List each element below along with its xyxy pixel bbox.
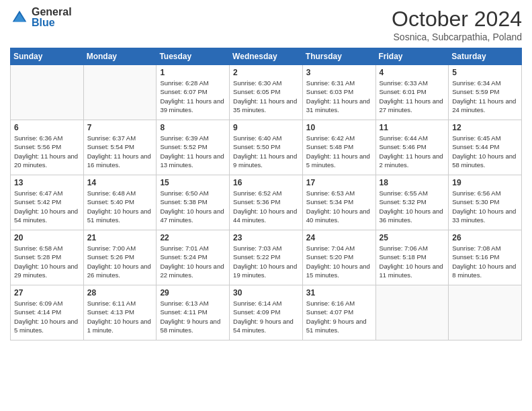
daylight-text: Daylight: 10 hours and 51 minutes. <box>87 208 151 224</box>
sunrise-text: Sunrise: 6:33 AM <box>380 79 428 87</box>
day-number: 27 <box>14 288 80 298</box>
calendar-cell: 27 Sunrise: 6:09 AM Sunset: 4:14 PM Dayl… <box>11 285 84 340</box>
day-info: Sunrise: 6:39 AM Sunset: 5:52 PM Dayligh… <box>160 134 226 169</box>
sunset-text: Sunset: 5:44 PM <box>452 143 499 150</box>
sunset-text: Sunset: 5:40 PM <box>87 198 134 205</box>
calendar-cell: 31 Sunrise: 6:16 AM Sunset: 4:07 PM Dayl… <box>302 285 375 340</box>
sunset-text: Sunset: 5:38 PM <box>160 198 207 205</box>
day-number: 10 <box>306 123 372 132</box>
page-header: General Blue October 2024 Sosnica, Subca… <box>10 7 522 42</box>
sunrise-text: Sunrise: 6:13 AM <box>160 300 208 307</box>
logo: General Blue <box>10 7 72 28</box>
calendar-cell: 25 Sunrise: 7:06 AM Sunset: 5:18 PM Dayl… <box>375 230 449 285</box>
sunrise-text: Sunrise: 6:42 AM <box>306 134 355 142</box>
daylight-text: Daylight: 10 hours and 22 minutes. <box>160 263 224 279</box>
day-number: 2 <box>233 68 299 77</box>
calendar-cell: 13 Sunrise: 6:47 AM Sunset: 5:42 PM Dayl… <box>11 175 84 230</box>
daylight-text: Daylight: 11 hours and 27 minutes. <box>380 97 443 113</box>
day-number: 23 <box>233 233 299 242</box>
sunrise-text: Sunrise: 6:31 AM <box>306 79 355 87</box>
calendar-cell: 9 Sunrise: 6:40 AM Sunset: 5:50 PM Dayli… <box>230 120 303 175</box>
calendar-cell: 15 Sunrise: 6:50 AM Sunset: 5:38 PM Dayl… <box>157 175 230 230</box>
sunrise-text: Sunrise: 7:04 AM <box>306 244 355 252</box>
sunrise-text: Sunrise: 6:14 AM <box>233 300 281 307</box>
sunset-text: Sunset: 5:28 PM <box>14 253 61 261</box>
sunset-text: Sunset: 6:05 PM <box>233 88 280 95</box>
sunrise-text: Sunrise: 6:28 AM <box>160 79 208 87</box>
day-number: 11 <box>380 123 445 132</box>
day-info: Sunrise: 6:56 AM Sunset: 5:30 PM Dayligh… <box>452 189 518 224</box>
daylight-text: Daylight: 10 hours and 15 minutes. <box>306 263 370 279</box>
day-info: Sunrise: 7:08 AM Sunset: 5:16 PM Dayligh… <box>452 244 518 279</box>
sunrise-text: Sunrise: 6:52 AM <box>233 189 281 197</box>
sunrise-text: Sunrise: 6:44 AM <box>380 134 428 142</box>
sunset-text: Sunset: 6:03 PM <box>306 88 353 95</box>
calendar-cell: 19 Sunrise: 6:56 AM Sunset: 5:30 PM Dayl… <box>449 175 522 230</box>
sunset-text: Sunset: 5:24 PM <box>160 253 207 261</box>
calendar-cell: 8 Sunrise: 6:39 AM Sunset: 5:52 PM Dayli… <box>157 120 230 175</box>
sunset-text: Sunset: 5:56 PM <box>14 143 61 150</box>
sunset-text: Sunset: 6:01 PM <box>380 88 427 95</box>
calendar-cell: 23 Sunrise: 7:03 AM Sunset: 5:22 PM Dayl… <box>230 230 303 285</box>
day-info: Sunrise: 7:04 AM Sunset: 5:20 PM Dayligh… <box>306 244 372 279</box>
sunrise-text: Sunrise: 6:45 AM <box>452 134 500 142</box>
day-number: 8 <box>160 123 226 132</box>
header-wednesday: Wednesday <box>230 48 303 65</box>
sunrise-text: Sunrise: 6:58 AM <box>14 244 62 252</box>
daylight-text: Daylight: 9 hours and 58 minutes. <box>160 318 220 334</box>
sunrise-text: Sunrise: 6:50 AM <box>160 189 208 197</box>
day-number: 12 <box>452 123 518 132</box>
week-row-5: 27 Sunrise: 6:09 AM Sunset: 4:14 PM Dayl… <box>11 285 522 340</box>
daylight-text: Daylight: 11 hours and 35 minutes. <box>233 97 297 113</box>
sunrise-text: Sunrise: 6:36 AM <box>14 134 62 142</box>
day-info: Sunrise: 6:48 AM Sunset: 5:40 PM Dayligh… <box>87 189 153 224</box>
calendar-cell: 29 Sunrise: 6:13 AM Sunset: 4:11 PM Dayl… <box>157 285 230 340</box>
daylight-text: Daylight: 10 hours and 40 minutes. <box>306 208 370 224</box>
calendar-cell <box>83 65 157 120</box>
sunset-text: Sunset: 5:32 PM <box>380 198 427 205</box>
day-info: Sunrise: 6:13 AM Sunset: 4:11 PM Dayligh… <box>160 299 226 334</box>
sunset-text: Sunset: 4:11 PM <box>160 308 207 316</box>
day-number: 4 <box>380 68 445 77</box>
day-info: Sunrise: 6:33 AM Sunset: 6:01 PM Dayligh… <box>380 79 445 114</box>
sunset-text: Sunset: 4:09 PM <box>233 308 280 316</box>
logo-blue: Blue <box>32 17 72 28</box>
day-info: Sunrise: 6:47 AM Sunset: 5:42 PM Dayligh… <box>14 189 80 224</box>
daylight-text: Daylight: 10 hours and 8 minutes. <box>452 263 516 279</box>
calendar-cell: 20 Sunrise: 6:58 AM Sunset: 5:28 PM Dayl… <box>11 230 84 285</box>
calendar-cell: 2 Sunrise: 6:30 AM Sunset: 6:05 PM Dayli… <box>230 65 303 120</box>
calendar-cell: 21 Sunrise: 7:00 AM Sunset: 5:26 PM Dayl… <box>83 230 157 285</box>
day-info: Sunrise: 6:34 AM Sunset: 5:59 PM Dayligh… <box>452 79 518 114</box>
calendar-page: General Blue October 2024 Sosnica, Subca… <box>0 0 532 411</box>
daylight-text: Daylight: 10 hours and 1 minute. <box>87 318 151 334</box>
day-info: Sunrise: 6:14 AM Sunset: 4:09 PM Dayligh… <box>233 299 299 334</box>
day-number: 14 <box>87 178 153 187</box>
sunset-text: Sunset: 4:13 PM <box>87 308 134 316</box>
daylight-text: Daylight: 10 hours and 11 minutes. <box>380 263 443 279</box>
day-number: 21 <box>87 233 153 242</box>
daylight-text: Daylight: 11 hours and 24 minutes. <box>452 97 516 113</box>
sunset-text: Sunset: 5:34 PM <box>306 198 353 205</box>
calendar-table: Sunday Monday Tuesday Wednesday Thursday… <box>10 48 522 340</box>
sunrise-text: Sunrise: 7:01 AM <box>160 244 208 252</box>
day-number: 30 <box>233 288 299 298</box>
sunset-text: Sunset: 5:46 PM <box>380 143 427 150</box>
day-info: Sunrise: 7:00 AM Sunset: 5:26 PM Dayligh… <box>87 244 153 279</box>
sunset-text: Sunset: 5:42 PM <box>14 198 61 205</box>
calendar-cell: 22 Sunrise: 7:01 AM Sunset: 5:24 PM Dayl… <box>157 230 230 285</box>
calendar-cell: 17 Sunrise: 6:53 AM Sunset: 5:34 PM Dayl… <box>302 175 375 230</box>
day-number: 29 <box>160 288 226 298</box>
logo-icon <box>10 8 29 27</box>
logo-text: General Blue <box>32 7 72 28</box>
sunrise-text: Sunrise: 6:47 AM <box>14 189 62 197</box>
day-info: Sunrise: 7:01 AM Sunset: 5:24 PM Dayligh… <box>160 244 226 279</box>
calendar-cell: 7 Sunrise: 6:37 AM Sunset: 5:54 PM Dayli… <box>83 120 157 175</box>
sunset-text: Sunset: 5:20 PM <box>306 253 353 261</box>
sunrise-text: Sunrise: 6:09 AM <box>14 300 62 307</box>
calendar-cell: 24 Sunrise: 7:04 AM Sunset: 5:20 PM Dayl… <box>302 230 375 285</box>
day-info: Sunrise: 6:37 AM Sunset: 5:54 PM Dayligh… <box>87 134 153 169</box>
calendar-cell <box>11 65 84 120</box>
calendar-cell: 28 Sunrise: 6:11 AM Sunset: 4:13 PM Dayl… <box>83 285 157 340</box>
day-info: Sunrise: 6:40 AM Sunset: 5:50 PM Dayligh… <box>233 134 299 169</box>
day-number: 5 <box>452 68 518 77</box>
